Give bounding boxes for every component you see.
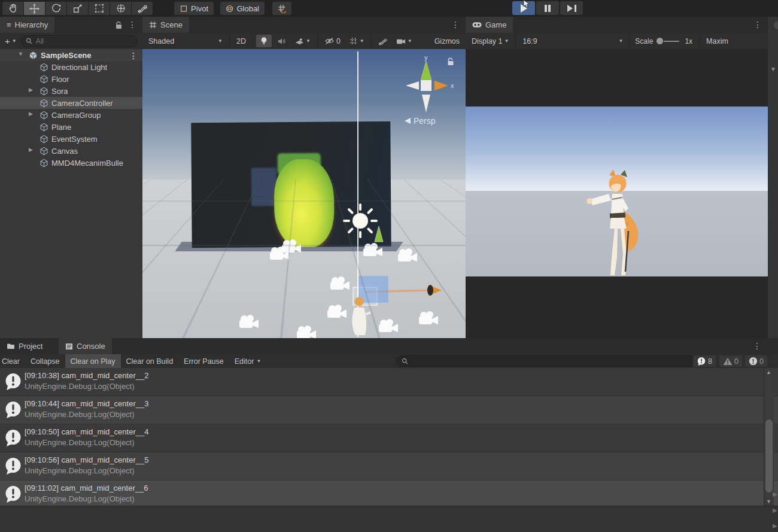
foldout-closed-icon[interactable]: ▶ (29, 111, 33, 117)
foldout-closed-icon[interactable]: ▶ (29, 147, 33, 153)
scene-menu-kebab-icon[interactable]: ⋮ (451, 19, 460, 30)
tab-hierarchy[interactable]: ≡ Hierarchy (0, 17, 54, 33)
foldout-open-icon[interactable]: ▼ (18, 51, 23, 57)
console-menu-kebab-icon[interactable]: ⋮ (753, 341, 761, 351)
console-search-input[interactable] (411, 357, 694, 366)
log-count-badge[interactable]: 8 (693, 355, 716, 367)
log-entry[interactable]: [09:10:38] cam_mid_mid_center__2 UnityEn… (0, 368, 778, 396)
scene-gizmo-lock-icon[interactable] (446, 57, 454, 66)
gizmo-y-cone[interactable] (375, 226, 383, 242)
hierarchy-item-eventsystem[interactable]: EventSystem (0, 133, 142, 145)
hierarchy-item-sora[interactable]: ▶ Sora (0, 85, 142, 97)
perspective-toggle[interactable]: Persp (405, 116, 436, 126)
error-count-badge[interactable]: 0 (745, 355, 767, 367)
transform-tool-button[interactable] (110, 2, 131, 15)
clear-on-play-button[interactable]: Clear on Play (65, 354, 121, 368)
axis-x-cone[interactable] (434, 81, 448, 90)
hierarchy-item-cameragroup[interactable]: ▶ CameraGroup (0, 109, 142, 121)
scene-effects-dropdown[interactable]: ▼ (291, 35, 314, 47)
scale-slider-knob[interactable] (657, 38, 663, 44)
hierarchy-item-mmd4mecanim[interactable]: MMD4MecanimBulle (0, 157, 142, 169)
console-scrollbar[interactable]: ▲ ▼ (764, 368, 774, 506)
scene-visibility-button[interactable]: 0 (321, 35, 344, 47)
log-entry[interactable]: [09:11:02] cam_mid_mid_center__6 UnityEn… (0, 481, 778, 506)
create-object-button[interactable]: +▼ (2, 35, 19, 47)
hierarchy-item-directional-light[interactable]: Directional Light (0, 61, 142, 73)
clear-button[interactable]: Clear (0, 354, 25, 368)
axis-center-handle[interactable] (421, 80, 431, 91)
scene-audio-button[interactable] (273, 35, 290, 47)
scroll-up-icon[interactable]: ▲ (766, 369, 771, 375)
pivot-toggle-button[interactable]: Pivot (174, 2, 214, 15)
scene-tools-button[interactable] (375, 35, 391, 47)
log-entry[interactable]: [09:10:56] cam_mid_mid_center__5 UnityEn… (0, 452, 778, 481)
tab-scene[interactable]: Scene (142, 17, 189, 33)
error-pause-button[interactable]: Error Pause (178, 354, 229, 368)
axis-y-cone[interactable] (421, 61, 431, 80)
scene-viewport[interactable]: y x Persp (142, 49, 466, 338)
scene-grid-dropdown[interactable]: ▼ (346, 35, 368, 47)
maximize-on-play-button[interactable]: Maxim (703, 35, 732, 47)
aspect-ratio-dropdown[interactable]: 16:9▼ (519, 35, 627, 47)
scroll-down-icon[interactable]: ▼ (766, 498, 771, 504)
hierarchy-search-field[interactable] (21, 35, 138, 47)
game-viewport[interactable] (466, 49, 768, 338)
gameobject-cube-icon (39, 159, 48, 168)
scene-root-row[interactable]: ▼ SampleScene ⋮ (0, 49, 142, 61)
collapse-button[interactable]: Collapse (25, 354, 65, 368)
aspect-label: 16:9 (522, 37, 537, 45)
camera-gizmo-icon[interactable] (296, 325, 317, 338)
tab-project[interactable]: Project (0, 338, 49, 354)
hierarchy-item-plane[interactable]: Plane (0, 121, 142, 133)
gameobject-cube-icon (39, 111, 48, 120)
camera-gizmo-icon[interactable] (378, 318, 399, 334)
tab-console[interactable]: Console (59, 338, 112, 354)
camera-gizmo-icon[interactable] (418, 311, 439, 326)
rect-tool-button[interactable] (89, 2, 110, 15)
camera-gizmo-icon[interactable] (281, 239, 302, 254)
log-bubble-icon (697, 357, 706, 366)
game-menu-kebab-icon[interactable]: ⋮ (753, 19, 762, 30)
move-tool-button[interactable] (24, 2, 45, 15)
gizmos-dropdown[interactable]: Gizmos (431, 35, 463, 47)
step-button[interactable] (560, 1, 583, 15)
camera-gizmo-icon[interactable] (238, 314, 260, 330)
display-dropdown[interactable]: Display 1▼ (468, 35, 512, 47)
warning-count-badge[interactable]: 0 (719, 355, 742, 367)
hierarchy-search-input[interactable] (35, 37, 133, 46)
scene-menu-kebab-icon[interactable]: ⋮ (129, 50, 138, 61)
axis-down-cone[interactable] (422, 95, 430, 113)
game-panel: Game ⋮ Display 1▼ 16:9▼ Scale 1x Maxim (466, 17, 768, 338)
axis-left-cone[interactable] (406, 81, 419, 90)
hierarchy-item-canvas[interactable]: ▶ Canvas (0, 145, 142, 157)
console-search-field[interactable] (396, 355, 699, 367)
clipped-tab-icon (774, 21, 778, 29)
scroll-down-icon[interactable]: ▼ (770, 66, 776, 72)
custom-tools-button[interactable] (132, 2, 153, 15)
hierarchy-item-cameracontroller[interactable]: CameraController (0, 97, 142, 109)
grid-snapping-button[interactable] (272, 2, 291, 15)
scene-lighting-button[interactable] (256, 35, 272, 47)
hierarchy-item-floor[interactable]: Floor (0, 73, 142, 85)
hand-tool-button[interactable] (2, 2, 23, 15)
clear-on-build-button[interactable]: Clear on Build (121, 354, 179, 368)
log-bubble-icon (4, 372, 23, 391)
scene-camera-dropdown[interactable]: ▼ (393, 35, 416, 47)
hierarchy-menu-kebab-icon[interactable]: ⋮ (128, 19, 136, 30)
lock-icon[interactable] (115, 22, 122, 29)
scale-tool-button[interactable] (67, 2, 88, 15)
foldout-closed-icon[interactable]: ▶ (29, 87, 33, 93)
rotate-tool-button[interactable] (45, 2, 66, 15)
camera-gizmo-icon[interactable] (326, 304, 348, 320)
global-toggle-button[interactable]: Global (220, 2, 265, 15)
log-entry[interactable]: [09:10:44] cam_mid_mid_center__3 UnityEn… (0, 396, 778, 424)
editor-dropdown[interactable]: Editor▼ (229, 354, 267, 368)
log-entry[interactable]: [09:10:50] cam_mid_mid_center__4 UnityEn… (0, 424, 778, 452)
scrollbar-thumb[interactable] (765, 419, 773, 493)
pause-button[interactable] (536, 1, 559, 15)
tab-game[interactable]: Game (466, 17, 513, 33)
chevron-down-icon: ▼ (256, 358, 261, 364)
shading-mode-dropdown[interactable]: Shaded▼ (145, 35, 226, 47)
toggle-2d-button[interactable]: 2D (233, 35, 250, 47)
scale-slider-track[interactable] (664, 41, 679, 42)
